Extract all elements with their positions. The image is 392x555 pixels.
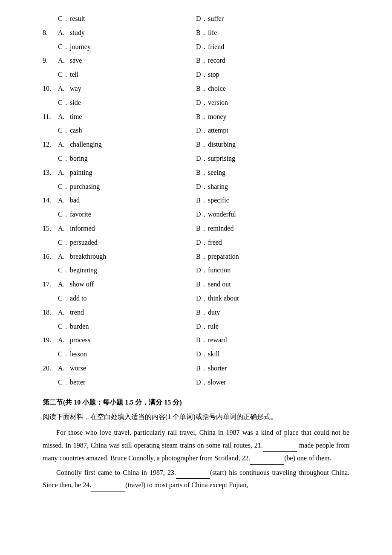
item-right-letter: D．: [196, 97, 208, 109]
col-right: B．disturbing: [196, 139, 349, 151]
answer-row: 18.A.trendB．duty: [43, 306, 349, 319]
item-right-text: seeing: [208, 167, 225, 179]
item-left-letter: A.: [58, 194, 70, 207]
answer-row: C．purchasingD．sharing: [43, 181, 349, 193]
col-right: D．wonderful: [196, 208, 349, 221]
item-right-text: send out: [208, 278, 231, 291]
answer-row: C．add toD．think about: [43, 292, 349, 305]
item-right-letter: B．: [196, 111, 208, 123]
item-right-letter: B．: [196, 251, 208, 263]
item-left-text: better: [70, 376, 85, 389]
item-left-letter: C．: [58, 69, 70, 81]
item-right-text: duty: [208, 306, 220, 319]
item-left-text: burden: [70, 321, 89, 333]
item-right-text: choice: [208, 83, 226, 95]
col-right: B．preparation: [196, 251, 349, 263]
answer-row: C．persuadedD．freed: [43, 237, 349, 249]
item-left-text: favorite: [70, 208, 91, 221]
col-right: B．seeing: [196, 167, 349, 179]
item-number: 14.: [43, 194, 58, 207]
item-right-text: function: [208, 264, 231, 277]
item-number: 13.: [43, 167, 58, 179]
paragraph-1: For those who love travel, particularly …: [43, 427, 349, 464]
answer-row: C．boringD．surprising: [43, 153, 349, 165]
col-left: 15.A.informed: [43, 223, 196, 235]
item-left-letter: A.: [58, 223, 70, 235]
answer-row: 19.A.processB．reward: [43, 334, 349, 347]
item-left-text: challenging: [70, 139, 102, 151]
item-number: 16.: [43, 251, 58, 263]
item-left-text: result: [70, 13, 85, 25]
col-left: 18.A.trend: [43, 306, 196, 319]
item-left-text: save: [70, 55, 82, 67]
item-right-letter: D．: [196, 237, 208, 249]
col-right: B．choice: [196, 83, 349, 95]
item-right-letter: D．: [196, 292, 208, 305]
answer-row: 16.A.breakthroughB．preparation: [43, 251, 349, 263]
item-right-letter: D．: [196, 348, 208, 361]
col-left: C．journey: [43, 41, 196, 53]
answer-row: 15.A.informedB．reminded: [43, 223, 349, 235]
col-left: 13.A.painting: [43, 167, 196, 179]
item-left-text: add to: [70, 292, 87, 305]
item-left-text: worse: [70, 362, 86, 375]
section2-title: 第二节(共 10 小题；每小题 1.5 分，满分 15 分): [43, 396, 349, 409]
item-left-letter: A.: [58, 334, 70, 347]
answer-row: 13.A.paintingB．seeing: [43, 167, 349, 179]
col-left: 10.A.way: [43, 83, 196, 95]
answer-row: C．tellD．stop: [43, 69, 349, 81]
col-right: D．freed: [196, 237, 349, 249]
col-right: D．stop: [196, 69, 349, 81]
item-left-letter: A.: [58, 251, 70, 263]
item-number: 15.: [43, 223, 58, 235]
answer-row: C．burdenD．rule: [43, 321, 349, 333]
col-left: C．lesson: [43, 348, 196, 361]
item-left-text: lesson: [70, 348, 87, 361]
answer-row: C．favoriteD．wonderful: [43, 208, 349, 221]
item-left-letter: C．: [58, 237, 70, 249]
hint-24: (travel): [125, 481, 145, 489]
answer-row: 11.A.timeB．money: [43, 111, 349, 123]
answer-row: 20.A.worseB．shorter: [43, 362, 349, 375]
item-left-text: show off: [70, 278, 94, 291]
col-right: B．specific: [196, 194, 349, 207]
item-right-letter: D．: [196, 41, 208, 53]
col-right: B．money: [196, 111, 349, 123]
hint-23: (start): [210, 469, 226, 476]
item-right-text: attempt: [208, 124, 228, 137]
col-left: 20.A.worse: [43, 362, 196, 375]
item-number: 17.: [43, 278, 58, 291]
main-content: C．resultD．suffer8.A.studyB．lifeC．journey…: [43, 13, 349, 491]
item-right-text: sharing: [208, 181, 228, 193]
col-right: D．surprising: [196, 153, 349, 165]
item-number: 11.: [43, 111, 58, 123]
answer-row: C．resultD．suffer: [43, 13, 349, 25]
col-left: C．favorite: [43, 208, 196, 221]
item-left-letter: C．: [58, 208, 70, 221]
item-left-letter: C．: [58, 292, 70, 305]
item-right-text: version: [208, 97, 228, 109]
item-right-text: money: [208, 111, 227, 123]
item-right-letter: B．: [196, 362, 208, 375]
col-left: 9.A.save: [43, 55, 196, 67]
item-left-letter: A.: [58, 362, 70, 375]
item-right-text: rule: [208, 321, 219, 333]
col-left: 8.A.study: [43, 27, 196, 39]
col-right: B．life: [196, 27, 349, 39]
answer-row: C．cashD．attempt: [43, 124, 349, 137]
item-left-letter: C．: [58, 181, 70, 193]
col-left: C．beginning: [43, 264, 196, 277]
item-left-letter: C．: [58, 376, 70, 389]
item-left-text: beginning: [70, 264, 97, 277]
answer-row: C．lessonD．skill: [43, 348, 349, 361]
item-left-text: way: [70, 83, 81, 95]
item-left-text: process: [70, 334, 90, 347]
item-left-text: study: [70, 27, 85, 39]
col-left: 17.A.show off: [43, 278, 196, 291]
item-right-letter: D．: [196, 153, 208, 165]
col-left: 11.A.time: [43, 111, 196, 123]
item-right-text: slower: [208, 376, 226, 389]
item-left-letter: A.: [58, 111, 70, 123]
col-left: 14.A.bad: [43, 194, 196, 207]
item-left-letter: C．: [58, 97, 70, 109]
